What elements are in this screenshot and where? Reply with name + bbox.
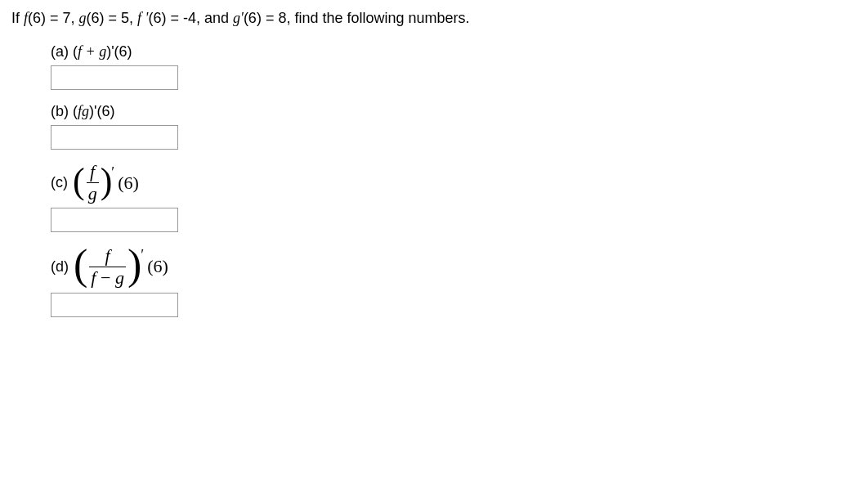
problem-statement: If f(6) = 7, g(6) = 5, f '(6) = -4, and … <box>11 10 857 27</box>
right-paren-icon: ) <box>128 244 141 286</box>
frac-d-num: f <box>104 247 112 267</box>
answer-input-a[interactable] <box>51 65 178 90</box>
left-paren-icon: ( <box>73 164 85 199</box>
intro-text: If <box>11 10 24 26</box>
intro-g: g <box>79 10 87 26</box>
part-b-label: (b) (fg)'(6) <box>51 103 857 120</box>
answer-input-d[interactable] <box>51 293 178 317</box>
intro-eq1: (6) = 7, <box>28 10 79 26</box>
part-a-after: )'(6) <box>106 43 132 60</box>
right-paren-icon: ) <box>101 164 113 199</box>
frac-c-num: f <box>88 163 96 182</box>
part-b: (b) (fg)'(6) <box>51 103 857 150</box>
part-d: (d) ( f f − g ) ′ (6) <box>51 245 857 317</box>
part-b-lbl: (b) ( <box>51 103 78 120</box>
arg-c: (6) <box>118 173 139 194</box>
answer-input-c[interactable] <box>51 208 178 232</box>
fraction-c: f g <box>87 163 99 203</box>
part-a-lbl: (a) ( <box>51 43 78 60</box>
frac-c-den: g <box>87 182 99 203</box>
part-d-lbl: (d) <box>51 258 69 276</box>
part-d-label: (d) ( f f − g ) ′ (6) <box>51 245 857 288</box>
frac-d-den-g: g <box>115 267 124 288</box>
part-c-label: (c) ( f g ) ′ (6) <box>51 163 857 203</box>
part-c: (c) ( f g ) ′ (6) <box>51 163 857 232</box>
left-paren-icon: ( <box>74 244 87 286</box>
frac-d-den-minus: − <box>96 267 114 288</box>
intro-eq3: (6) = -4, and <box>148 10 233 26</box>
arg-d: (6) <box>147 256 168 277</box>
part-b-inner: fg <box>78 103 89 120</box>
frac-d-den: f − g <box>89 267 126 287</box>
intro-eq4: (6) = 8, find the following numbers. <box>244 10 470 26</box>
part-c-expr: ( f g ) ′ (6) <box>73 163 139 203</box>
part-a: (a) (f + g)'(6) <box>51 43 857 90</box>
intro-eq2: (6) = 5, <box>87 10 138 26</box>
intro-fp: f ' <box>137 10 148 26</box>
intro-gp: g' <box>233 10 244 26</box>
part-c-lbl: (c) <box>51 174 68 191</box>
part-d-expr: ( f f − g ) ′ (6) <box>74 245 168 288</box>
fraction-d: f f − g <box>89 247 126 287</box>
parts-container: (a) (f + g)'(6) (b) (fg)'(6) (c) ( f g )… <box>11 43 857 317</box>
part-b-after: )'(6) <box>89 103 114 120</box>
part-a-label: (a) (f + g)'(6) <box>51 43 857 60</box>
part-a-inner: f + g <box>78 43 106 60</box>
answer-input-b[interactable] <box>51 125 178 150</box>
